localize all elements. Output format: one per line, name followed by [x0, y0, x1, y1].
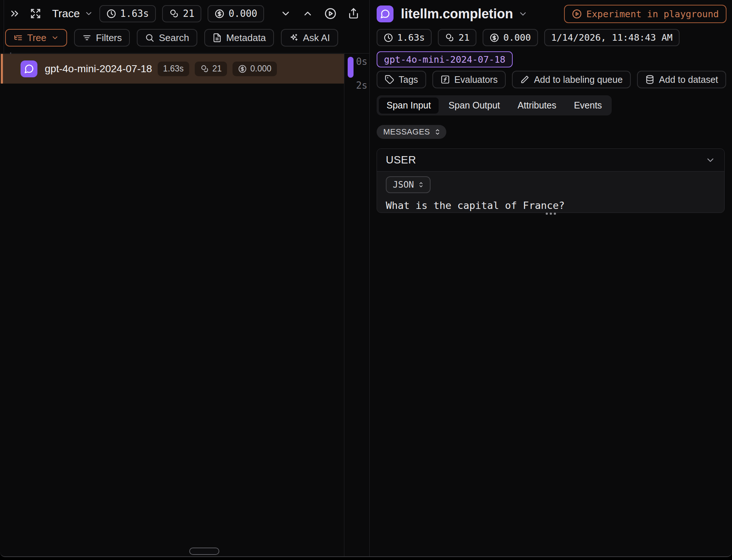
chevron-down-icon [51, 34, 59, 42]
span-duration-stat: 1.63s [377, 29, 432, 46]
add-to-labeling-queue-button[interactable]: Add to labeling queue [512, 71, 631, 88]
trace-cost-pill: 0.000 [208, 5, 264, 22]
span-detail-tabs: Span Input Span Output Attributes Events [377, 95, 612, 115]
span-name: gpt-4o-mini-2024-07-18 [45, 63, 152, 75]
span-title-chevron-down-icon[interactable] [518, 9, 528, 19]
tab-span-output[interactable]: Span Output [441, 97, 508, 114]
user-message-header[interactable]: USER [377, 149, 724, 172]
tags-button[interactable]: Tags [377, 71, 426, 88]
evaluators-button[interactable]: Evaluators [432, 71, 506, 88]
pencil-icon [520, 75, 530, 84]
span-timestamp: 1/14/2026, 11:48:43 AM [544, 29, 680, 46]
dollar-circle-icon [490, 33, 499, 43]
filter-icon [82, 33, 92, 43]
span-actions-row: Tags Evaluators Add to labeling queue Ad… [377, 71, 726, 88]
message-role-label: USER [386, 154, 416, 166]
fullscreen-icon[interactable] [30, 8, 41, 19]
timeline-tick-start: 0s [356, 56, 367, 67]
chevrons-up-down-icon [433, 128, 442, 136]
tokens-icon [169, 9, 179, 19]
span-detail-panel: litellm.completion Experiment in playgro… [369, 0, 732, 557]
next-span-chevron-down-icon[interactable] [280, 8, 291, 19]
span-tree-row-selected[interactable]: gpt-4o-mini-2024-07-18 1.63s 21 0.000 [1, 54, 344, 84]
span-timeline-bar[interactable] [348, 57, 354, 78]
trace-tokens-pill: 21 [162, 5, 201, 22]
prev-span-chevron-up-icon[interactable] [302, 8, 313, 19]
tokens-icon [200, 65, 209, 73]
play-trace-icon[interactable] [324, 7, 337, 20]
span-duration-pill: 1.63s [158, 62, 189, 76]
user-message-card: USER JSON What is the capital of France? [377, 148, 725, 213]
trace-tree-panel: Trace 1.63s 21 0.000 [0, 0, 369, 557]
tag-icon [385, 75, 394, 84]
messages-format-select[interactable]: MESSAGES [377, 125, 446, 139]
trace-viewer-app: Trace 1.63s 21 0.000 [0, 0, 732, 557]
span-cost-pill: 0.000 [233, 62, 277, 76]
span-stats-row: 1.63s 21 0.000 1/14/2026, 11:48:43 AM [377, 29, 680, 46]
play-circle-icon [572, 9, 582, 19]
tree-view-button[interactable]: Tree [5, 29, 67, 47]
trace-title-chevron-down-icon[interactable] [84, 9, 93, 18]
experiment-in-playground-button[interactable]: Experiment in playground [564, 5, 726, 23]
dollar-circle-icon [215, 9, 224, 19]
span-tokens-pill: 21 [195, 62, 227, 76]
chat-bubble-icon [377, 5, 394, 22]
collapsed-sidebar-edge [4, 0, 4, 53]
clock-icon [106, 9, 116, 19]
chevrons-up-down-icon [417, 181, 425, 188]
function-square-icon [440, 75, 450, 84]
message-content: What is the capital of France? [386, 200, 715, 211]
trace-toolbar: Trace 1.63s 21 0.000 [9, 4, 361, 23]
span-detail-header: litellm.completion Experiment in playgro… [377, 4, 726, 23]
timeline-tick-end: 2s [356, 80, 367, 91]
span-cost-stat: 0.000 [483, 29, 538, 46]
add-to-dataset-button[interactable]: Add to dataset [637, 71, 726, 88]
search-icon [145, 33, 154, 43]
tab-events[interactable]: Events [566, 97, 610, 114]
chat-bubble-icon [21, 60, 37, 77]
tokens-icon [445, 33, 454, 43]
search-button[interactable]: Search [137, 29, 197, 47]
share-icon[interactable] [348, 8, 359, 19]
trace-duration-pill: 1.63s [99, 5, 156, 22]
toolbar-divider [0, 53, 369, 54]
trace-nav-icons [280, 7, 361, 20]
filters-button[interactable]: Filters [74, 29, 130, 47]
tab-span-input[interactable]: Span Input [379, 97, 439, 114]
trace-timeline-gutter: 0s 2s [344, 53, 369, 557]
span-tokens-stat: 21 [438, 29, 476, 46]
model-badge[interactable]: gpt-4o-mini-2024-07-18 [377, 51, 513, 67]
database-icon [645, 75, 655, 84]
file-text-icon [212, 33, 222, 43]
expand-sidebar-icon[interactable] [9, 8, 21, 19]
tree-controls-bar: Tree Filters Search Metadata Ask AI [5, 29, 338, 47]
resize-handle-dots[interactable] [546, 213, 556, 215]
dollar-circle-icon [238, 65, 247, 73]
metadata-button[interactable]: Metadata [204, 29, 274, 47]
span-title[interactable]: litellm.completion [401, 6, 513, 22]
json-format-select[interactable]: JSON [386, 176, 431, 193]
horizontal-scrollbar-thumb[interactable] [189, 548, 219, 555]
list-tree-icon [13, 33, 23, 43]
trace-view-title[interactable]: Trace [52, 7, 80, 20]
ask-ai-button[interactable]: Ask AI [281, 29, 338, 47]
tab-attributes[interactable]: Attributes [510, 97, 564, 114]
sparkles-icon [289, 33, 299, 43]
user-message-body: JSON What is the capital of France? [377, 172, 724, 211]
clock-icon [384, 33, 393, 43]
collapse-chevron-down-icon[interactable] [705, 155, 715, 165]
